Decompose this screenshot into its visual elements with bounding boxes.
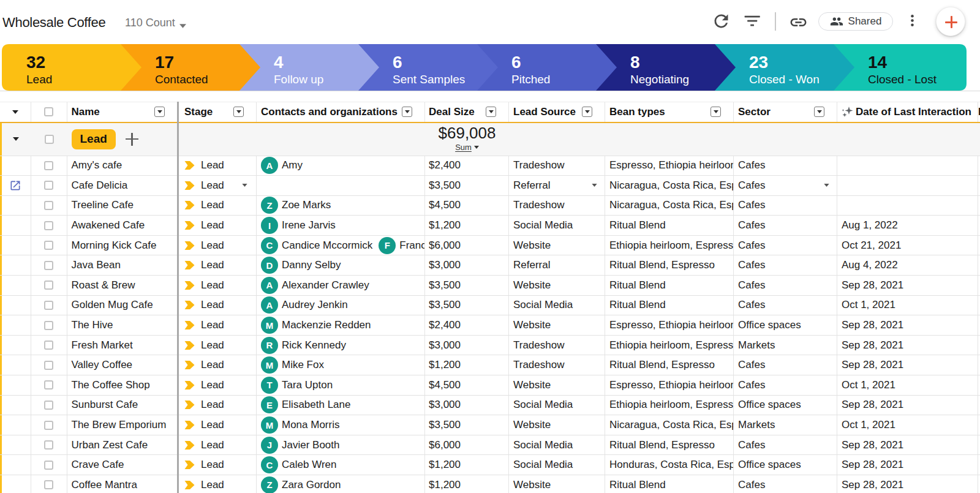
svg-text:17: 17 (155, 53, 174, 72)
svg-text:23: 23 (749, 53, 768, 72)
svg-text:14: 14 (868, 53, 888, 72)
svg-text:Contacted: Contacted (155, 73, 208, 86)
svg-text:Sent Samples: Sent Samples (393, 73, 465, 86)
svg-text:6: 6 (393, 53, 402, 72)
svg-text:Lead: Lead (26, 73, 52, 86)
svg-text:Closed - Won: Closed - Won (749, 73, 820, 86)
svg-text:4: 4 (274, 53, 284, 72)
svg-text:Closed - Lost: Closed - Lost (868, 73, 937, 86)
svg-text:6: 6 (511, 53, 521, 72)
svg-text:Pitched: Pitched (511, 73, 550, 86)
svg-text:Negotiating: Negotiating (630, 73, 689, 86)
svg-text:32: 32 (26, 53, 45, 72)
svg-text:8: 8 (630, 53, 640, 72)
svg-text:Follow up: Follow up (274, 73, 323, 86)
